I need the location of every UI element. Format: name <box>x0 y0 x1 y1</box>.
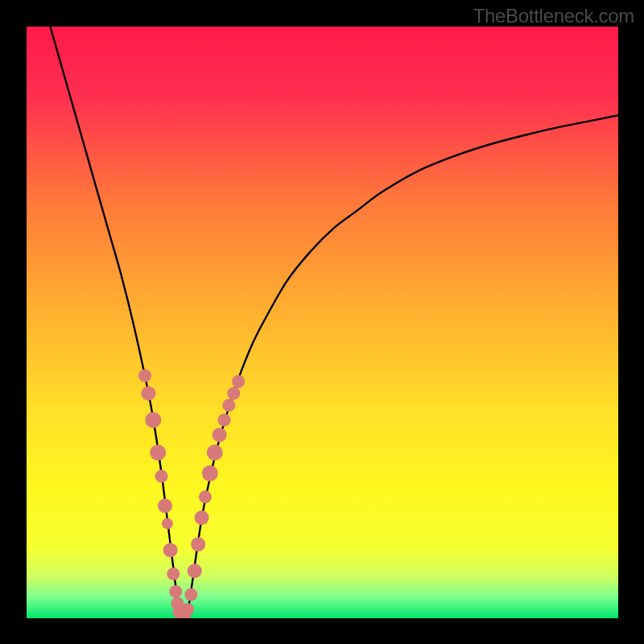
marker-point <box>232 375 245 388</box>
marker-point <box>202 465 218 481</box>
marker-point <box>188 564 202 578</box>
marker-point <box>150 444 166 460</box>
marker-point <box>199 490 212 503</box>
marker-point <box>162 518 173 529</box>
marker-point <box>184 588 197 601</box>
marker-point <box>169 585 182 598</box>
marker-point <box>145 412 161 428</box>
marker-point <box>167 568 180 580</box>
watermark-text: TheBottleneck.com <box>473 5 634 27</box>
marker-point <box>213 427 227 442</box>
chart-frame: TheBottleneck.com <box>0 0 644 644</box>
marker-point <box>207 444 223 460</box>
marker-point <box>181 603 194 616</box>
marker-point <box>191 537 205 551</box>
gradient-background <box>27 27 618 618</box>
marker-point <box>155 470 168 483</box>
marker-point <box>163 543 178 557</box>
chart-svg <box>27 27 618 618</box>
marker-point <box>217 414 230 427</box>
marker-point <box>195 510 209 525</box>
marker-point <box>138 369 151 382</box>
marker-point <box>227 387 240 400</box>
marker-point <box>158 498 172 513</box>
plot-area <box>27 27 618 618</box>
marker-point <box>141 386 155 401</box>
marker-point <box>222 398 235 411</box>
